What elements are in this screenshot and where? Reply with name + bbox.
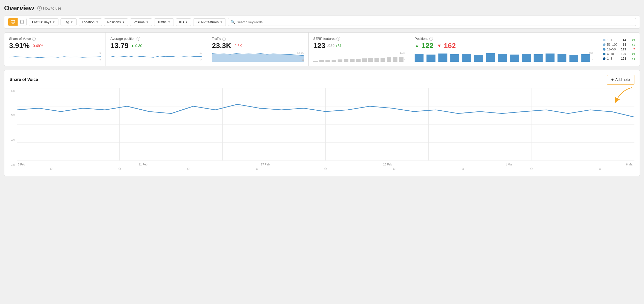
filter-toolbar: Last 30 days ▼ Tag ▼ Location ▼ Position… [4, 15, 640, 29]
search-icon: 🔍 [231, 20, 235, 24]
desktop-icon [11, 20, 15, 24]
svg-rect-2 [12, 23, 14, 24]
serp-features-info-icon[interactable]: i [336, 37, 340, 41]
positions-up-arrow: ▲ [415, 43, 419, 49]
legend-101plus: 101+ 44 +9 [603, 38, 635, 42]
traffic-dropdown[interactable]: Traffic ▼ [154, 18, 174, 26]
serp-features-denom: /930 +51 [327, 44, 342, 48]
gear-icon-4[interactable]: ⚙ [256, 167, 259, 171]
add-note-label: Add note [615, 78, 630, 82]
how-to-use-link[interactable]: ? How to use [37, 6, 61, 11]
add-note-wrapper: + Add note [607, 75, 634, 85]
chevron-down-icon: ▼ [122, 21, 125, 24]
gear-icons-row: ⚙ ⚙ ⚙ ⚙ ⚙ ⚙ ⚙ ⚙ ⚙ [17, 166, 634, 171]
serp-features-label-card: SERP features i [313, 37, 405, 41]
last-30-days-dropdown[interactable]: Last 30 days ▼ [29, 18, 58, 26]
kd-label: KD [179, 20, 184, 24]
svg-marker-5 [212, 54, 304, 62]
traffic-label: Traffic [158, 20, 167, 24]
chevron-down-icon: ▼ [220, 21, 223, 24]
sov-chart-wrapper: 6% 5% 4% 3% [10, 88, 634, 171]
desktop-device-button[interactable] [8, 18, 18, 26]
gear-icon-2[interactable]: ⚙ [118, 167, 121, 171]
add-note-button[interactable]: + Add note [607, 75, 634, 85]
gear-icon-8[interactable]: ⚙ [530, 167, 533, 171]
volume-dropdown[interactable]: Volume ▼ [130, 18, 152, 26]
page-title: Overview [4, 4, 34, 12]
svg-rect-17 [381, 58, 385, 62]
svg-rect-18 [387, 57, 391, 62]
legend-dot-11-50 [603, 48, 605, 51]
gear-icon-6[interactable]: ⚙ [393, 167, 396, 171]
mobile-device-button[interactable] [18, 18, 26, 26]
svg-rect-33 [558, 54, 567, 62]
sov-x-labels: 5 Feb 11 Feb 17 Feb 23 Feb 1 Mar 6 Mar [17, 163, 634, 166]
positions-label-card: Positions i [415, 37, 593, 41]
legend-dot-1-3 [603, 57, 605, 60]
serp-features-label: SERP features [197, 20, 219, 24]
share-of-voice-label: Share of Voice i [9, 37, 101, 41]
positions-legend: 101+ 44 +9 51–100 34 +1 11–50 113 -7 [598, 33, 640, 66]
serp-features-dropdown[interactable]: SERP features ▼ [193, 18, 226, 26]
svg-rect-10 [338, 59, 342, 62]
svg-rect-8 [326, 60, 330, 62]
svg-rect-19 [393, 57, 398, 62]
svg-rect-35 [581, 54, 590, 62]
device-toggle [8, 18, 27, 26]
svg-rect-14 [362, 58, 367, 62]
mobile-icon [20, 20, 24, 24]
positions-label: Positions [107, 20, 121, 24]
traffic-info-icon[interactable]: i [222, 37, 226, 41]
kd-dropdown[interactable]: KD ▼ [176, 18, 191, 26]
gear-icon-9[interactable]: ⚙ [598, 167, 602, 171]
positions-info-icon[interactable]: i [429, 37, 433, 41]
positions-up-value: 122 [421, 42, 433, 50]
svg-rect-30 [522, 54, 531, 62]
legend-4-10: 4–10 190 +9 [603, 52, 635, 56]
sov-y-axis: 6% 5% 4% 3% [10, 88, 17, 171]
share-of-voice-info-icon[interactable]: i [32, 37, 36, 41]
average-position-info-icon[interactable]: i [137, 37, 140, 41]
svg-rect-27 [486, 53, 495, 62]
tag-dropdown[interactable]: Tag ▼ [61, 18, 77, 26]
chevron-down-icon: ▼ [168, 21, 170, 24]
svg-point-4 [22, 23, 22, 24]
legend-dot-51-100 [603, 43, 605, 46]
share-of-voice-value: 3.91% -0.49% [9, 42, 101, 50]
positions-down-value: 162 [444, 42, 456, 50]
positions-dropdown[interactable]: Positions ▼ [104, 18, 128, 26]
share-of-voice-metric: Share of Voice i 3.91% -0.49% 6 2 [4, 33, 106, 66]
svg-rect-32 [546, 54, 555, 62]
keyword-search-box: 🔍 [228, 18, 636, 26]
traffic-value: 23.3K -2.3K [212, 42, 304, 50]
how-to-use-label: How to use [43, 6, 61, 10]
legend-11-50: 11–50 113 -7 [603, 48, 635, 51]
page-header: Overview ? How to use [4, 4, 640, 12]
svg-rect-21 [415, 54, 424, 62]
svg-rect-25 [462, 54, 471, 62]
chevron-down-icon: ▼ [71, 21, 73, 24]
serp-features-value: 123 /930 +51 [313, 42, 405, 50]
last-30-days-label: Last 30 days [32, 20, 51, 24]
sov-section: Share of Voice + Add note [4, 70, 640, 176]
info-icon: ? [37, 6, 42, 11]
search-input[interactable] [237, 20, 633, 24]
serp-features-metric: SERP features i 123 /930 +51 1.2K [309, 33, 410, 66]
traffic-change: -2.3K [233, 44, 242, 48]
gear-icon-7[interactable]: ⚙ [461, 167, 465, 171]
positions-sparkline: 555 [415, 51, 593, 62]
svg-rect-20 [399, 57, 404, 62]
average-position-change: ▲ 0.30 [131, 44, 142, 48]
svg-rect-29 [510, 55, 519, 62]
legend-dot-101plus [603, 39, 605, 41]
gear-icon-1[interactable]: ⚙ [50, 167, 53, 171]
location-dropdown[interactable]: Location ▼ [79, 18, 102, 26]
svg-rect-23 [438, 54, 447, 62]
gear-icon-5[interactable]: ⚙ [324, 167, 327, 171]
svg-rect-34 [570, 55, 579, 62]
svg-rect-7 [319, 60, 324, 62]
svg-rect-9 [332, 60, 336, 62]
sov-chart-area: 5 Feb 11 Feb 17 Feb 23 Feb 1 Mar 6 Mar ⚙… [17, 88, 634, 171]
sov-header: Share of Voice + Add note [10, 75, 634, 85]
gear-icon-3[interactable]: ⚙ [187, 167, 190, 171]
